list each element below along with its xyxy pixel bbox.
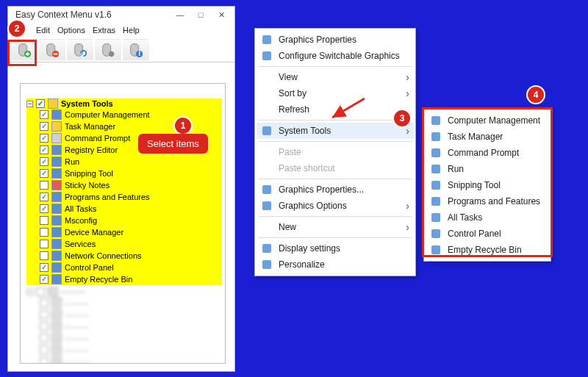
mouse-info-icon: i xyxy=(128,42,144,58)
ctx-item[interactable]: View xyxy=(257,69,414,85)
svg-rect-6 xyxy=(262,51,271,60)
tree-item[interactable]: Computer Management xyxy=(40,109,222,121)
annotation-tooltip: Select items xyxy=(138,134,208,154)
tree-item[interactable]: Empty Recycle Bin xyxy=(40,273,222,285)
ctx-icon xyxy=(261,200,273,212)
toolbar: i xyxy=(8,37,234,62)
item-checkbox[interactable] xyxy=(40,263,49,272)
submenu-item[interactable]: Command Prompt xyxy=(426,145,549,161)
item-checkbox[interactable] xyxy=(40,216,49,225)
ctx-item[interactable]: New xyxy=(257,219,414,235)
menu-options[interactable]: Options xyxy=(57,26,85,35)
group-system-tools-head[interactable]: − System Tools xyxy=(26,98,222,109)
tree-panel[interactable]: − System Tools Computer ManagementTask M… xyxy=(20,83,226,364)
submenu-label: Control Panel xyxy=(448,229,545,239)
svg-rect-15 xyxy=(431,165,440,173)
toolbar-info-button[interactable]: i xyxy=(123,39,149,61)
tree-item[interactable]: Run xyxy=(40,156,222,168)
item-checkbox[interactable] xyxy=(40,240,49,248)
menu-edit[interactable]: Edit xyxy=(36,26,50,35)
ctx-item[interactable]: Personalize xyxy=(257,256,414,273)
submenu-item[interactable]: Snipping Tool xyxy=(426,177,549,193)
submenu-label: Programs and Features xyxy=(448,196,545,207)
tree-item[interactable]: Task Manager xyxy=(40,121,222,132)
chevron-right-icon xyxy=(406,87,409,99)
ctx-icon xyxy=(261,34,273,46)
item-label: Run xyxy=(65,157,79,166)
submenu-icon xyxy=(430,179,442,191)
item-checkbox[interactable] xyxy=(40,146,49,154)
toolbar-refresh-button[interactable] xyxy=(67,39,93,61)
tree-item[interactable]: Sticky Notes xyxy=(40,179,222,191)
tree-blurred-top xyxy=(24,88,222,98)
svg-rect-5 xyxy=(262,35,271,44)
annotation-badge-3: 3 xyxy=(394,110,410,126)
item-checkbox[interactable] xyxy=(40,251,49,260)
toolbar-apply-button[interactable] xyxy=(11,39,37,61)
submenu-item[interactable]: Empty Recycle Bin xyxy=(426,242,549,258)
item-checkbox[interactable] xyxy=(40,275,49,284)
item-checkbox[interactable] xyxy=(40,134,49,143)
chevron-right-icon xyxy=(406,200,409,212)
submenu-icon xyxy=(430,244,442,256)
tree-item[interactable]: Programs and Features xyxy=(40,191,222,203)
item-checkbox[interactable] xyxy=(40,110,49,119)
item-checkbox[interactable] xyxy=(40,169,49,178)
submenu-item[interactable]: Programs and Features xyxy=(426,193,549,209)
group-checkbox[interactable] xyxy=(36,99,45,108)
menu-help[interactable]: Help xyxy=(123,26,140,35)
svg-rect-9 xyxy=(262,201,271,210)
item-checkbox[interactable] xyxy=(40,157,49,166)
item-label: Command Prompt xyxy=(65,134,130,143)
svg-rect-13 xyxy=(431,132,440,141)
menu-extras[interactable]: Extras xyxy=(93,26,115,35)
tree-item[interactable]: Control Panel xyxy=(40,262,222,273)
submenu-item[interactable]: Run xyxy=(426,161,549,177)
submenu-item[interactable]: Task Manager xyxy=(426,129,549,145)
submenu-icon xyxy=(430,131,442,143)
ctx-icon xyxy=(261,125,273,137)
ctx-icon xyxy=(261,243,273,254)
maximize-button[interactable]: □ xyxy=(190,7,211,22)
tree-item[interactable]: All Tasks xyxy=(40,203,222,215)
ctx-label: Graphics Properties... xyxy=(279,184,409,195)
item-label: Device Manager xyxy=(65,228,123,237)
svg-rect-8 xyxy=(262,185,271,194)
tree-item[interactable]: Network Connections xyxy=(40,250,222,262)
submenu-item[interactable]: Computer Management xyxy=(426,112,549,129)
ctx-item[interactable]: Graphics Options xyxy=(257,198,414,214)
ctx-item[interactable]: Configure Switchable Graphics xyxy=(257,48,414,64)
item-icon xyxy=(51,157,62,167)
toolbar-remove-button[interactable] xyxy=(39,39,65,61)
tree-item[interactable]: Snipping Tool xyxy=(40,168,222,179)
tree-item[interactable]: Device Manager xyxy=(40,226,222,238)
item-checkbox[interactable] xyxy=(40,122,49,131)
folder-icon xyxy=(48,98,58,109)
svg-rect-18 xyxy=(431,213,440,222)
item-checkbox[interactable] xyxy=(40,193,49,201)
tree-item-blurred: ——— xyxy=(40,320,222,332)
ctx-item[interactable]: Graphics Properties... xyxy=(257,182,414,198)
item-label: Sticky Notes xyxy=(65,181,110,190)
item-checkbox[interactable] xyxy=(40,181,49,190)
tree-item[interactable]: Msconfig xyxy=(40,215,222,226)
ctx-item[interactable]: Display settings xyxy=(257,240,414,256)
mouse-add-icon xyxy=(16,42,32,58)
submenu-item[interactable]: All Tasks xyxy=(426,209,549,226)
ctx-item[interactable]: Graphics Properties xyxy=(257,32,414,48)
tree-item[interactable]: Services xyxy=(40,238,222,250)
item-icon xyxy=(51,121,62,132)
svg-line-21 xyxy=(332,98,365,118)
close-button[interactable]: ✕ xyxy=(211,7,232,22)
toolbar-settings-button[interactable] xyxy=(95,39,121,61)
ctx-icon xyxy=(261,104,273,115)
ctx-item: Paste shortcut xyxy=(257,160,414,176)
item-icon xyxy=(51,168,62,179)
item-checkbox[interactable] xyxy=(40,204,49,213)
svg-rect-12 xyxy=(431,116,440,125)
submenu-item[interactable]: Control Panel xyxy=(426,226,549,242)
item-checkbox[interactable] xyxy=(40,228,49,237)
annotation-badge-2: 2 xyxy=(9,21,25,37)
minimize-button[interactable]: — xyxy=(170,7,190,22)
expander-icon[interactable]: − xyxy=(26,101,33,107)
